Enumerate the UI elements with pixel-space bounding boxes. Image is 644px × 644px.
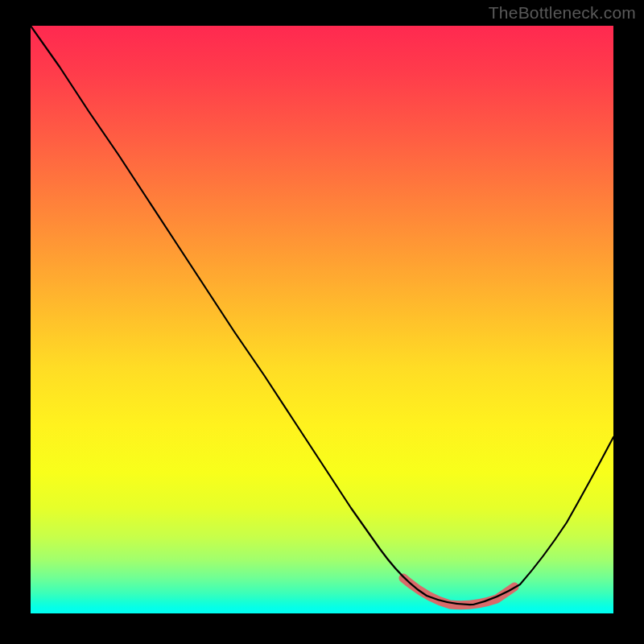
curve-svg (31, 26, 613, 613)
watermark-text: TheBottleneck.com (489, 3, 636, 23)
plot-gradient-area (31, 26, 613, 613)
bottleneck-curve (31, 26, 613, 605)
chart-container: TheBottleneck.com (0, 0, 644, 644)
